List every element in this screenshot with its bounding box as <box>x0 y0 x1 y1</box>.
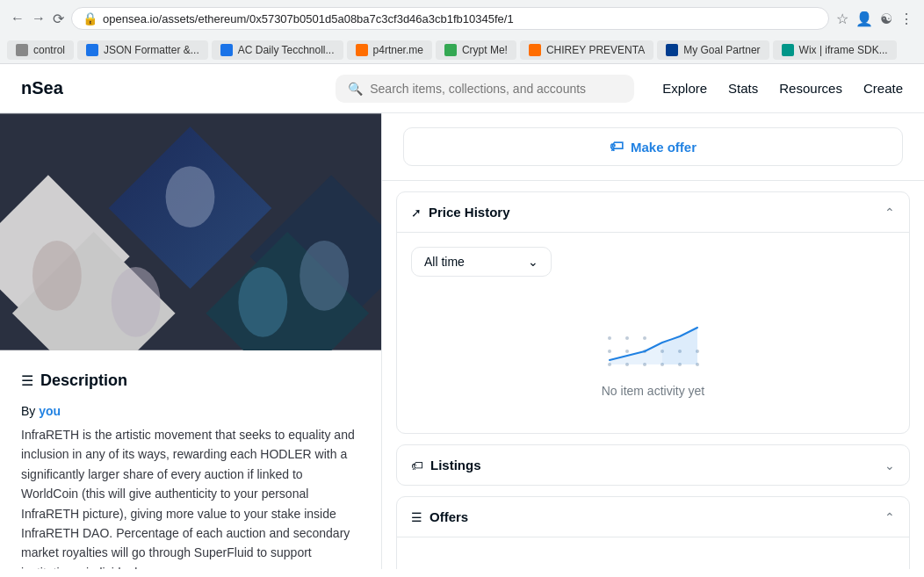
chart-placeholder <box>601 312 706 373</box>
url-text: opensea.io/assets/ethereum/0x57307b0501d… <box>103 12 818 25</box>
listings-section: 🏷 Listings ⌄ <box>396 444 910 486</box>
price-history-section: ➚ Price History ⌃ All time ⌄ <box>396 191 910 434</box>
svg-point-19 <box>625 350 629 353</box>
tab-crypt-me[interactable]: Crypt Me! <box>436 40 516 60</box>
listings-title: Listings <box>430 458 481 472</box>
tabs-bar: control JSON Formatter &... AC Daily Tec… <box>0 37 924 63</box>
desc-by-name[interactable]: you <box>39 404 61 418</box>
nft-image-container <box>0 113 381 350</box>
browser-actions: ☆ 👤 ☯ ⋮ <box>836 11 913 27</box>
address-bar[interactable]: 🔒 opensea.io/assets/ethereum/0x57307b050… <box>71 7 829 30</box>
tab-control[interactable]: control <box>7 40 74 60</box>
no-activity-container: No item activity yet <box>411 291 895 419</box>
offers-empty-state <box>411 552 895 569</box>
tab-favicon-wix <box>782 44 794 56</box>
description-text: InfraRETH is the artistic movement that … <box>21 425 360 569</box>
no-activity-text: No item activity yet <box>602 384 704 398</box>
tab-wix[interactable]: Wix | iframe SDK... <box>773 40 897 60</box>
svg-point-26 <box>643 336 646 340</box>
svg-point-11 <box>238 267 287 337</box>
back-icon[interactable]: ← <box>11 11 25 26</box>
offers-header[interactable]: ☰ Offers ⌃ <box>397 497 909 537</box>
tab-label-chirey: CHIREY PREVENTA <box>546 44 645 56</box>
offers-body <box>397 537 909 569</box>
nav-resources[interactable]: Resources <box>779 81 842 96</box>
listings-header[interactable]: 🏷 Listings ⌄ <box>397 445 909 485</box>
chart-icon: ➚ <box>411 206 422 220</box>
svg-point-8 <box>32 241 82 311</box>
tab-label-crypt: Crypt Me! <box>462 44 508 56</box>
price-history-arrow: ⌃ <box>884 206 895 220</box>
empty-chart-icon <box>601 312 706 373</box>
svg-point-18 <box>608 350 611 353</box>
address-bar-row: ← → ⟳ 🔒 opensea.io/assets/ethereum/0x573… <box>0 0 924 37</box>
main-content: ☰ Description By you InfraRETH is the ar… <box>0 113 924 569</box>
tab-label-ac: AC Daily Tecchnoll... <box>238 44 335 56</box>
description-section: ☰ Description By you InfraRETH is the ar… <box>0 350 381 569</box>
tab-favicon-ac <box>220 44 233 56</box>
description-by: By you <box>21 404 360 418</box>
top-nav: nSea 🔍 Explore Stats Resources Create <box>0 64 924 113</box>
make-offer-section: 🏷 Make offer <box>382 113 924 181</box>
svg-marker-27 <box>662 328 697 364</box>
nav-create[interactable]: Create <box>863 81 903 96</box>
chevron-down-icon: ⌄ <box>528 255 538 269</box>
lock-icon: 🔒 <box>83 11 97 25</box>
tab-favicon-p4 <box>356 44 368 56</box>
app: nSea 🔍 Explore Stats Resources Create <box>0 64 924 569</box>
nav-stats[interactable]: Stats <box>728 81 758 96</box>
description-title: Description <box>40 371 127 390</box>
tag-icon: 🏷 <box>610 139 624 155</box>
reload-icon[interactable]: ⟳ <box>53 11 64 27</box>
search-input[interactable] <box>370 82 622 96</box>
nav-links: Explore Stats Resources Create <box>662 81 903 96</box>
nft-image-svg <box>0 113 381 350</box>
svg-point-9 <box>300 241 349 311</box>
tab-label-p4: p4rtner.me <box>373 44 423 56</box>
tab-my-goal[interactable]: My Goal Partner <box>657 40 769 60</box>
time-filter-label: All time <box>424 255 465 269</box>
tab-label-control: control <box>33 44 65 56</box>
price-history-header[interactable]: ➚ Price History ⌃ <box>397 192 909 232</box>
listings-arrow: ⌄ <box>884 458 895 472</box>
svg-point-25 <box>625 336 629 340</box>
tab-label-json: JSON Formatter &... <box>104 44 199 56</box>
price-history-body: All time ⌄ <box>397 232 909 433</box>
tab-json-formatter[interactable]: JSON Formatter &... <box>77 40 208 60</box>
forward-icon[interactable]: → <box>32 11 46 26</box>
tab-favicon-chirey <box>529 44 541 56</box>
make-offer-button[interactable]: 🏷 Make offer <box>403 127 903 166</box>
right-panel: 🏷 Make offer ➚ Price History ⌃ All time <box>382 113 924 569</box>
svg-point-24 <box>608 336 611 340</box>
description-header: ☰ Description <box>21 371 360 390</box>
search-bar[interactable]: 🔍 <box>336 75 634 103</box>
time-filter-select[interactable]: All time ⌄ <box>411 247 552 277</box>
tab-favicon-control <box>16 44 28 56</box>
price-history-header-left: ➚ Price History <box>411 205 510 220</box>
left-panel: ☰ Description By you InfraRETH is the ar… <box>0 113 382 569</box>
menu-icon[interactable]: ⋮ <box>899 11 913 27</box>
tab-chirey[interactable]: CHIREY PREVENTA <box>520 40 653 60</box>
tab-favicon-goal <box>666 44 678 56</box>
offers-section: ☰ Offers ⌃ <box>396 496 910 569</box>
svg-point-10 <box>112 267 161 337</box>
tab-favicon-json <box>86 44 98 56</box>
description-icon: ☰ <box>21 372 33 389</box>
tag-listings-icon: 🏷 <box>411 458 423 472</box>
bookmark-icon[interactable]: ☆ <box>836 11 848 27</box>
price-history-title: Price History <box>429 205 510 220</box>
logo: nSea <box>21 78 63 98</box>
tab-ac-daily[interactable]: AC Daily Tecchnoll... <box>212 40 343 60</box>
tab-label-wix: Wix | iframe SDK... <box>799 44 888 56</box>
nav-explore[interactable]: Explore <box>662 81 707 96</box>
offers-arrow: ⌃ <box>884 510 895 524</box>
svg-point-7 <box>166 166 215 227</box>
offers-list-icon: ☰ <box>411 510 422 524</box>
profile-icon[interactable]: 👤 <box>855 11 873 27</box>
offers-title: Offers <box>430 509 468 524</box>
extensions-icon[interactable]: ☯ <box>880 11 892 27</box>
tab-p4rtner[interactable]: p4rtner.me <box>347 40 432 60</box>
listings-header-left: 🏷 Listings <box>411 458 481 472</box>
make-offer-label: Make offer <box>631 140 697 155</box>
search-icon: 🔍 <box>348 82 363 96</box>
